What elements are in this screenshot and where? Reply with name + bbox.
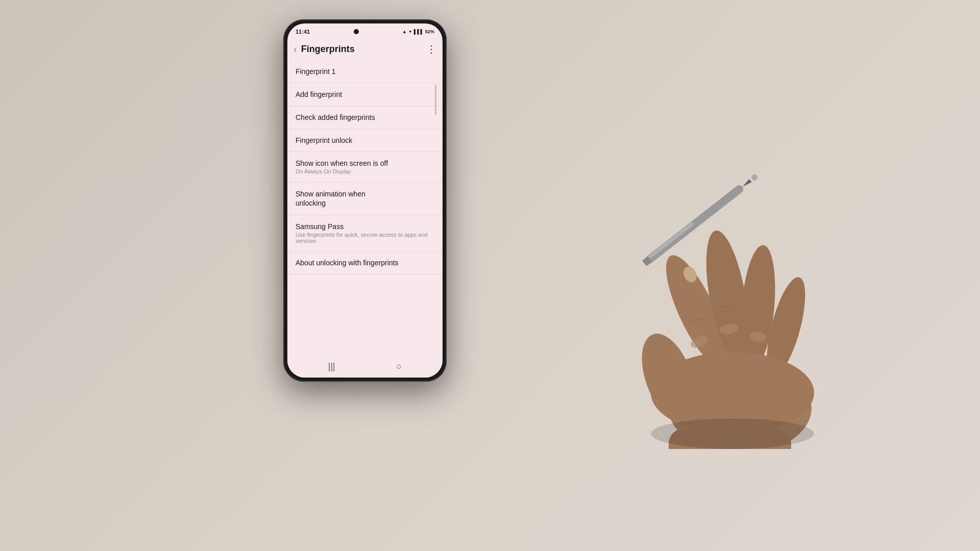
menu-list: Fingerprint 1 Add fingerprint Check adde… <box>287 60 443 355</box>
svg-point-4 <box>750 173 759 182</box>
back-button[interactable]: ‹ <box>293 43 297 55</box>
scroll-indicator <box>435 85 436 115</box>
svg-line-17 <box>719 305 735 307</box>
about-unlocking-title: About unlocking with fingerprints <box>296 259 434 267</box>
show-icon-title: Show icon when screen is off <box>296 159 434 167</box>
svg-point-15 <box>749 331 767 343</box>
more-options-button[interactable]: ⋮ <box>426 43 436 55</box>
samsung-pass-title: Samsung Pass <box>296 222 434 231</box>
svg-point-6 <box>631 327 706 429</box>
check-fingerprint-title: Check added fingerprints <box>296 113 434 121</box>
signal-icon: ▌▌▌ <box>414 29 424 34</box>
bottom-nav: ||| ○ <box>287 355 443 378</box>
fingerprint-unlock-title: Fingerprint unlock <box>296 136 434 144</box>
battery-icon: 52% <box>425 29 434 34</box>
status-time: 11:41 <box>296 29 310 35</box>
menu-item-fingerprint-unlock[interactable]: Fingerprint unlock <box>287 129 443 152</box>
svg-rect-3 <box>642 256 652 266</box>
wifi-icon: ▲ <box>402 29 407 34</box>
fingerprint1-title: Fingerprint 1 <box>296 67 434 76</box>
svg-rect-1 <box>644 221 694 262</box>
svg-point-13 <box>689 333 709 350</box>
menu-item-add-fingerprint[interactable]: Add fingerprint <box>287 83 443 106</box>
svg-rect-12 <box>669 429 791 449</box>
menu-item-samsung-pass[interactable]: Samsung Pass Use fingerprints for quick,… <box>287 215 443 252</box>
home-button[interactable]: ○ <box>396 361 402 372</box>
show-animation-title: Show animation whenunlocking <box>296 189 434 208</box>
page-title: Fingerprints <box>301 44 426 55</box>
svg-point-8 <box>698 228 756 364</box>
show-icon-subtitle: On Always On Display <box>296 168 434 174</box>
bluetooth-icon: ✦ <box>408 29 412 34</box>
camera-indicator <box>354 29 359 34</box>
svg-line-16 <box>689 319 704 321</box>
recent-apps-button[interactable]: ||| <box>328 361 335 372</box>
svg-point-9 <box>737 244 780 369</box>
svg-point-7 <box>655 248 739 374</box>
scene: 11:41 ▲ ✦ ▌▌▌ 52% ‹ Fingerprints ⋮ <box>0 0 980 551</box>
svg-point-5 <box>669 362 812 449</box>
svg-point-19 <box>651 418 814 449</box>
svg-point-11 <box>651 352 814 434</box>
svg-point-10 <box>759 273 813 380</box>
samsung-pass-subtitle: Use fingerprints for quick, secure acces… <box>296 232 434 244</box>
hand-with-stylus <box>561 102 909 449</box>
menu-item-show-icon[interactable]: Show icon when screen is off On Always O… <box>287 152 443 182</box>
phone-screen: 11:41 ▲ ✦ ▌▌▌ 52% ‹ Fingerprints ⋮ <box>287 23 443 378</box>
svg-point-18 <box>681 264 699 284</box>
svg-point-14 <box>719 322 739 336</box>
menu-item-show-animation[interactable]: Show animation whenunlocking <box>287 182 443 215</box>
phone-device: 11:41 ▲ ✦ ▌▌▌ 52% ‹ Fingerprints ⋮ <box>283 19 447 382</box>
status-icons: ▲ ✦ ▌▌▌ 52% <box>402 29 434 34</box>
add-fingerprint-title: Add fingerprint <box>296 90 434 98</box>
svg-marker-2 <box>741 179 752 189</box>
menu-item-about-unlocking[interactable]: About unlocking with fingerprints <box>287 252 443 274</box>
top-bar: ‹ Fingerprints ⋮ <box>287 38 443 60</box>
menu-item-fingerprint1[interactable]: Fingerprint 1 <box>287 60 443 83</box>
svg-rect-0 <box>644 184 745 265</box>
status-bar: 11:41 ▲ ✦ ▌▌▌ 52% <box>287 23 443 38</box>
menu-item-check-fingerprint[interactable]: Check added fingerprints <box>287 106 443 129</box>
